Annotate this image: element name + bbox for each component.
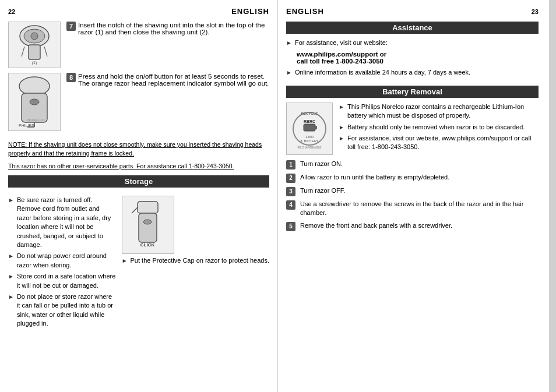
- storage-image: CLICK: [122, 196, 174, 254]
- note1: NOTE: If the shaving unit does not close…: [8, 140, 269, 157]
- right-header: ENGLISH 23: [286, 7, 539, 16]
- svg-text:CLICK: CLICK: [140, 242, 155, 248]
- battery-bullet-1-text: This Philips Norelco razor contains a re…: [347, 103, 539, 121]
- step7-image: (1): [8, 22, 61, 68]
- step-num-badge-2: 2: [286, 174, 295, 183]
- step7-section: (1) 7 Insert the notch of the shaving un…: [8, 22, 269, 68]
- svg-rect-14: [138, 202, 158, 213]
- battery-title: Battery Removal: [286, 86, 539, 98]
- assistance-bullet2: ► Online information is available 24 hou…: [286, 68, 539, 77]
- svg-text:PHILIPS: PHILIPS: [19, 123, 34, 128]
- storage-bullet-5: ► Put the Protective Cap on razor to pro…: [122, 256, 269, 265]
- battery-step-5: 5Remove the front and back panels with a…: [286, 221, 539, 231]
- right-sidebar: [549, 0, 556, 392]
- assist-arrow-1: ►: [286, 39, 292, 47]
- storage-bullets: ► Be sure razor is turned off. Remove co…: [8, 196, 116, 330]
- battery-top: RECYCLE RBRC 1-800 8. BATTERY RECHARGEAB…: [286, 103, 539, 155]
- left-page-title: ENGLISH: [231, 7, 269, 16]
- note2: This razor has no other user-serviceable…: [8, 162, 269, 171]
- assistance-title: Assistance: [286, 22, 539, 34]
- storage-bullet-1: ► Be sure razor is turned off. Remove co…: [8, 196, 116, 249]
- battery-bullet-2-text: Battery should only be removed when razo…: [347, 123, 525, 132]
- right-page-title: ENGLISH: [286, 7, 324, 16]
- svg-rect-21: [304, 124, 315, 131]
- battery-step-4: 4Use a screwdriver to remove the screws …: [286, 200, 539, 218]
- step8-image: PHILIPS NORELCO: [8, 73, 61, 131]
- svg-text:RECHARGEABLE: RECHARGEABLE: [297, 146, 322, 149]
- assistance-section: Assistance ► For assistance, visit our w…: [286, 22, 539, 77]
- battery-bullet-3: ► For assistance, visit our website, www…: [339, 134, 539, 152]
- step-text-1: Turn razor ON.: [300, 160, 343, 168]
- step8-section: PHILIPS NORELCO 8 Press and hold the on/…: [8, 73, 269, 131]
- step-text-2: Allow razor to run until the battery is …: [300, 173, 449, 182]
- bullet-arrow-2: ►: [8, 252, 14, 260]
- svg-text:RBRC: RBRC: [303, 119, 315, 123]
- bullet-arrow-1: ►: [8, 196, 14, 204]
- storage-bullet-1-text: Be sure razor is turned off. Remove cord…: [17, 196, 116, 249]
- svg-rect-2: [29, 45, 40, 59]
- batt-arrow-2: ►: [339, 123, 344, 132]
- left-page: 22 ENGLISH (1) 7 Insert the notch of the…: [0, 0, 278, 392]
- battery-bullets: ► This Philips Norelco razor contains a …: [339, 103, 539, 155]
- svg-point-3: [31, 33, 38, 40]
- left-page-num: 22: [8, 8, 15, 15]
- svg-point-9: [30, 99, 39, 105]
- battery-bullet-1: ► This Philips Norelco razor contains a …: [339, 103, 539, 121]
- battery-section: Battery Removal RECYCLE RBRC 1-8: [286, 86, 539, 231]
- svg-rect-15: [139, 213, 157, 242]
- left-header: 22 ENGLISH: [8, 7, 269, 16]
- storage-section: ► Be sure razor is turned off. Remove co…: [8, 196, 269, 330]
- battery-step-3: 3Turn razor OFF.: [286, 186, 539, 196]
- svg-text:NORELCO: NORELCO: [27, 118, 45, 122]
- svg-text:RECYCLE: RECYCLE: [301, 112, 318, 115]
- svg-text:8. BATTERY: 8. BATTERY: [300, 139, 318, 143]
- step-num-badge-4: 4: [286, 200, 295, 210]
- step-text-4: Use a screwdriver to remove the screws i…: [300, 200, 539, 218]
- step8-description: Press and hold the on/off button for at …: [78, 73, 269, 87]
- step7-description: Insert the notch of the shaving unit int…: [78, 22, 269, 36]
- svg-text:(1): (1): [31, 61, 37, 65]
- recycle-image: RECYCLE RBRC 1-800 8. BATTERY RECHARGEAB…: [286, 103, 333, 155]
- bullet-arrow-5: ►: [122, 257, 128, 265]
- bullet-arrow-3: ►: [8, 273, 14, 281]
- right-page-num: 23: [532, 8, 539, 15]
- battery-bullet-3-text: For assistance, visit our website, www.p…: [347, 134, 539, 152]
- step-num-badge-1: 1: [286, 160, 295, 169]
- numbered-steps: 1Turn razor ON.2Allow razor to run until…: [286, 160, 539, 231]
- assistance-bullet1: ► For assistance, visit our website:: [286, 38, 539, 47]
- svg-point-7: [19, 77, 50, 96]
- svg-line-5: [44, 47, 47, 56]
- step8-number: 8: [66, 73, 76, 82]
- svg-point-16: [143, 220, 152, 224]
- step-num-badge-5: 5: [286, 222, 295, 231]
- batt-arrow-3: ►: [339, 135, 344, 143]
- batt-arrow-1: ►: [339, 103, 344, 111]
- assistance-bullet2-text: Online information is available 24 hours…: [295, 68, 470, 77]
- step-text-3: Turn razor OFF.: [300, 186, 345, 195]
- storage-bullet-2-text: Do not wrap power cord around razor when…: [17, 252, 116, 270]
- battery-bullet-2: ► Battery should only be removed when ra…: [339, 123, 539, 132]
- storage-title: Storage: [8, 175, 269, 188]
- storage-bullet-4: ► Do not place or store razor where it c…: [8, 292, 116, 329]
- step-num-badge-3: 3: [286, 187, 295, 196]
- battery-step-2: 2Allow razor to run until the battery is…: [286, 173, 539, 183]
- battery-step-1: 1Turn razor ON.: [286, 160, 539, 169]
- bullet-arrow-4: ►: [8, 293, 14, 301]
- step7-number: 7: [66, 22, 76, 31]
- storage-bullet-3: ► Store cord in a safe location where it…: [8, 272, 116, 290]
- step8-text: 8 Press and hold the on/off button for a…: [66, 73, 269, 131]
- svg-rect-22: [315, 126, 317, 129]
- assistance-website: www.philips.com/support or call toll fre…: [297, 51, 539, 65]
- assist-arrow-2: ►: [286, 69, 292, 77]
- storage-bullet-5-text: Put the Protective Cap on razor to prote…: [131, 256, 269, 265]
- svg-text:1-800: 1-800: [305, 135, 313, 139]
- storage-bullet-3-text: Store cord in a safe location where it w…: [17, 272, 116, 290]
- assistance-bullet1-text: For assistance, visit our website:: [295, 38, 388, 47]
- right-page: ENGLISH 23 Assistance ► For assistance, …: [278, 0, 556, 392]
- step-text-5: Remove the front and back panels with a …: [300, 221, 452, 230]
- step7-text: 7 Insert the notch of the shaving unit i…: [66, 22, 269, 68]
- storage-bullet-4-text: Do not place or store razor where it can…: [17, 292, 116, 329]
- svg-line-4: [22, 47, 24, 56]
- storage-bullet-2: ► Do not wrap power cord around razor wh…: [8, 252, 116, 270]
